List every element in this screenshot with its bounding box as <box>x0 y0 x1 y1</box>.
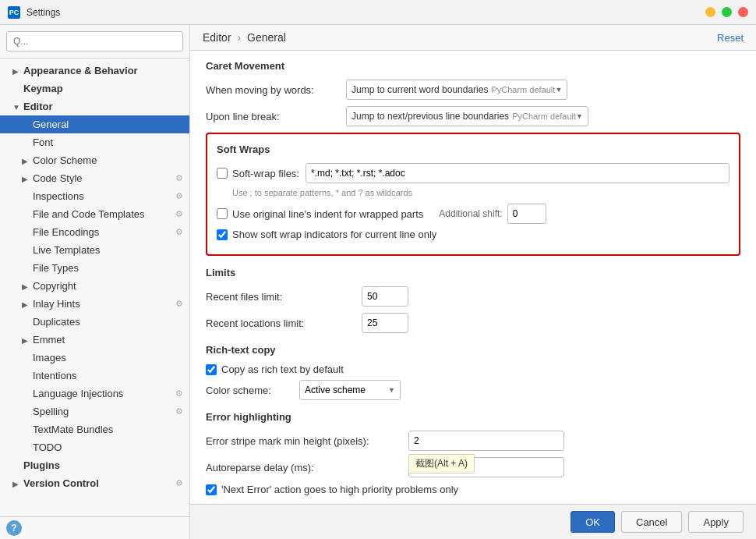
stripe-input[interactable] <box>408 431 564 451</box>
stripe-row: Error stripe mark min height (pixels): <box>206 431 740 451</box>
sidebar-item-file-types[interactable]: File Types <box>0 259 189 277</box>
search-box <box>0 25 189 59</box>
arrow-icon <box>22 139 30 147</box>
sidebar-item-color-scheme[interactable]: ▶ Color Scheme <box>0 151 189 169</box>
sidebar-item-keymap[interactable]: Keymap <box>0 80 189 98</box>
soft-wrap-files-label: Soft-wrap files: <box>232 168 299 179</box>
sidebar-item-emmet[interactable]: ▶ Emmet <box>0 331 189 349</box>
additional-shift-input[interactable] <box>507 204 546 224</box>
arrow-icon: ▶ <box>12 480 20 488</box>
sidebar-bottom: ? <box>0 516 189 539</box>
upon-line-dropdown[interactable]: Jump to next/previous line boundaries Py… <box>346 106 588 126</box>
soft-wrap-files-input[interactable] <box>306 163 730 183</box>
reset-link[interactable]: Reset <box>717 32 744 44</box>
close-button[interactable] <box>738 7 748 17</box>
rich-text-title: Rich-text copy <box>206 344 740 356</box>
autoreparse-row: Autoreparse delay (ms): 截图(Alt + A) <box>206 457 740 477</box>
limits-title: Limits <box>206 267 740 278</box>
sidebar-item-images[interactable]: Images <box>0 349 189 367</box>
sidebar-item-copyright[interactable]: ▶ Copyright <box>0 277 189 295</box>
arrow-icon <box>22 354 30 362</box>
ok-button[interactable]: OK <box>571 511 615 533</box>
sidebar-item-todo[interactable]: TODO <box>0 438 189 456</box>
recent-files-row: Recent files limit: <box>206 286 740 307</box>
sidebar-item-inspections[interactable]: Inspections ⚙ <box>0 187 189 205</box>
caret-movement-title: Caret Movement <box>206 60 740 72</box>
recent-locations-input[interactable] <box>362 313 408 333</box>
arrow-icon: ▶ <box>12 67 20 75</box>
arrow-icon <box>22 408 30 416</box>
color-scheme-row: Color scheme: Active scheme ▼ <box>206 380 740 400</box>
arrow-icon <box>22 121 30 129</box>
use-original-checkbox[interactable] <box>217 208 228 219</box>
show-indicators-row: Show soft wrap indicators for current li… <box>217 229 730 240</box>
recent-files-label: Recent files limit: <box>206 291 362 303</box>
next-error-checkbox[interactable] <box>206 484 217 495</box>
chevron-down-icon: ▼ <box>388 386 395 394</box>
app-icon: PC <box>8 6 20 19</box>
stripe-label: Error stripe mark min height (pixels): <box>206 435 408 447</box>
arrow-icon <box>12 462 20 470</box>
sidebar: ▶ Appearance & Behavior Keymap ▼ Editor … <box>0 25 190 539</box>
sidebar-item-duplicates[interactable]: Duplicates <box>0 313 189 331</box>
settings-icon: ⚙ <box>175 209 183 219</box>
sidebar-item-plugins[interactable]: Plugins <box>0 456 189 474</box>
upon-line-row: Upon line break: Jump to next/previous l… <box>206 106 740 126</box>
autoreparse-label: Autoreparse delay (ms): <box>206 462 408 473</box>
sidebar-item-live-templates[interactable]: Live Templates <box>0 241 189 259</box>
sidebar-item-language-injections[interactable]: Language Injections ⚙ <box>0 385 189 402</box>
sidebar-item-textmate[interactable]: TextMate Bundles <box>0 420 189 438</box>
upon-line-label: Upon line break: <box>206 111 346 122</box>
chevron-down-icon: ▼ <box>576 112 583 120</box>
arrow-icon <box>22 211 30 218</box>
arrow-icon: ▶ <box>22 175 30 183</box>
title-bar: PC Settings <box>0 0 756 25</box>
recent-files-input[interactable] <box>362 286 408 307</box>
sidebar-item-appearance[interactable]: ▶ Appearance & Behavior <box>0 62 189 80</box>
when-moving-dropdown[interactable]: Jump to current word boundaries PyCharm … <box>346 80 567 100</box>
minimize-button[interactable] <box>705 7 715 17</box>
content-area: Editor › General Reset Caret Movement Wh… <box>190 25 756 539</box>
arrow-icon: ▶ <box>22 282 30 290</box>
soft-wrap-files-checkbox[interactable] <box>217 168 228 179</box>
maximize-button[interactable] <box>722 7 732 17</box>
copy-rich-checkbox[interactable] <box>206 364 217 375</box>
color-scheme-label: Color scheme: <box>206 385 299 396</box>
sidebar-item-file-encodings[interactable]: File Encodings ⚙ <box>0 223 189 241</box>
recent-locations-row: Recent locations limit: <box>206 313 740 333</box>
settings-icon: ⚙ <box>175 406 183 417</box>
additional-shift-label: Additional shift: <box>439 208 502 219</box>
settings-icon: ⚙ <box>175 173 183 183</box>
window-controls <box>705 7 748 17</box>
cancel-button[interactable]: Cancel <box>621 511 682 533</box>
soft-wrap-hint: Use ; to separate patterns, * and ? as w… <box>232 188 730 197</box>
settings-icon: ⚙ <box>175 299 183 309</box>
sidebar-item-inlay-hints[interactable]: ▶ Inlay Hints ⚙ <box>0 295 189 313</box>
sidebar-item-editor[interactable]: ▼ Editor <box>0 98 189 115</box>
arrow-icon: ▶ <box>22 336 30 344</box>
soft-wrap-files-row: Soft-wrap files: <box>217 163 730 183</box>
arrow-icon <box>12 85 20 93</box>
arrow-icon <box>22 390 30 398</box>
color-scheme-dropdown[interactable]: Active scheme ▼ <box>299 380 401 400</box>
sidebar-item-file-code-templates[interactable]: File and Code Templates ⚙ <box>0 205 189 223</box>
arrow-icon <box>22 229 30 236</box>
sidebar-item-font[interactable]: Font <box>0 133 189 151</box>
apply-button[interactable]: Apply <box>688 511 744 533</box>
settings-icon: ⚙ <box>175 191 183 201</box>
when-moving-label: When moving by words: <box>206 84 346 96</box>
sidebar-item-intentions[interactable]: Intentions <box>0 367 189 385</box>
sidebar-item-code-style[interactable]: ▶ Code Style ⚙ <box>0 169 189 187</box>
chevron-down-icon: ▼ <box>555 86 562 94</box>
sidebar-item-version-control[interactable]: ▶ Version Control ⚙ <box>0 474 189 492</box>
action-bar: OK Cancel Apply <box>190 504 756 539</box>
sidebar-item-spelling[interactable]: Spelling ⚙ <box>0 402 189 420</box>
sidebar-item-general[interactable]: General <box>0 115 189 133</box>
tooltip-popup: 截图(Alt + A) <box>408 454 475 473</box>
search-input[interactable] <box>6 31 183 51</box>
tree-area: ▶ Appearance & Behavior Keymap ▼ Editor … <box>0 59 189 516</box>
show-indicators-checkbox[interactable] <box>217 229 228 240</box>
show-indicators-label: Show soft wrap indicators for current li… <box>232 229 436 240</box>
help-button[interactable]: ? <box>6 520 22 536</box>
window-title: Settings <box>26 7 705 18</box>
